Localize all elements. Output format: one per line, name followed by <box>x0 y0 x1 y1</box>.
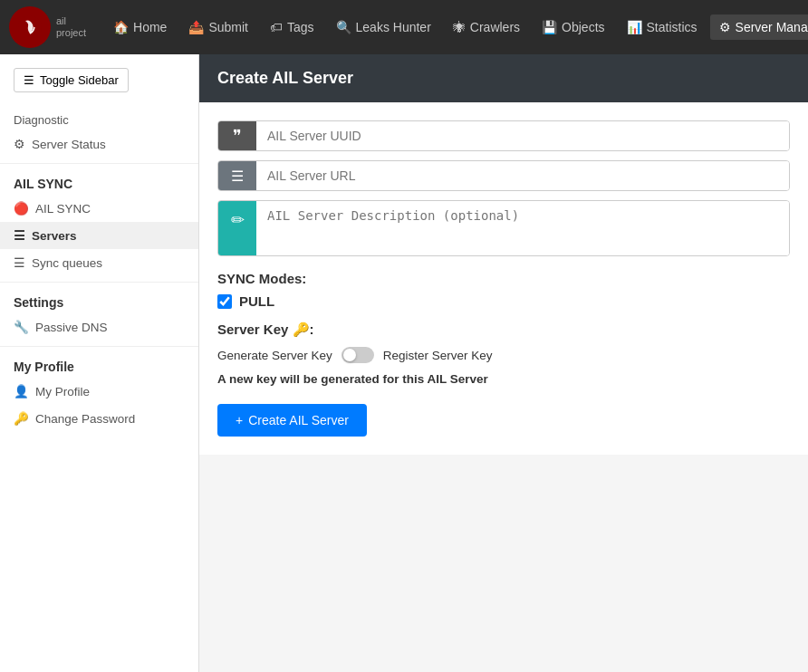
pull-checkbox[interactable] <box>217 294 232 309</box>
create-server-form: ❞ ☰ ✏ SYNC Modes: PULL Server Key 🔑: <box>199 102 808 455</box>
plus-icon: + <box>236 413 243 427</box>
server-key-title: Server Key 🔑: <box>217 322 314 338</box>
navbar: ail project 🏠 Home 📤 Submit 🏷 Tags 🔍 Lea… <box>0 0 808 54</box>
server-key-options-row: Generate Server Key Register Server Key <box>217 347 790 363</box>
nav-objects[interactable]: 💾 Objects <box>533 14 613 40</box>
uuid-input-group: ❞ <box>217 120 790 151</box>
url-input-group: ☰ <box>217 160 790 191</box>
my-profile-heading: My Profile <box>0 352 198 378</box>
sync-modes-title: SYNC Modes: <box>217 271 790 286</box>
divider-2 <box>0 282 198 283</box>
sidebar-item-sync-queues[interactable]: ☰ Sync queues <box>0 249 198 276</box>
brand-text: ail project <box>56 15 86 39</box>
sidebar-item-servers[interactable]: ☰ Servers <box>0 222 198 249</box>
main-layout: ☰ Toggle Sidebar Diagnostic ⚙ Server Sta… <box>0 54 808 672</box>
divider-3 <box>0 346 198 347</box>
settings-heading: Settings <box>0 288 198 313</box>
sync-queues-icon: ☰ <box>14 255 25 270</box>
toggle-sidebar-button[interactable]: ☰ Toggle Sidebar <box>14 68 129 92</box>
sidebar: ☰ Toggle Sidebar Diagnostic ⚙ Server Sta… <box>0 54 199 672</box>
register-key-label: Register Server Key <box>383 349 493 362</box>
ail-sync-icon: 🔴 <box>14 201 29 216</box>
generate-key-toggle[interactable] <box>341 347 374 363</box>
uuid-input[interactable] <box>256 121 789 150</box>
nav-server-manage[interactable]: ⚙ Server Manage <box>710 14 808 40</box>
diagnostic-section-title: Diagnostic <box>0 106 198 130</box>
my-profile-icon: 👤 <box>14 384 29 398</box>
brand-logo[interactable]: ail project <box>9 6 86 48</box>
uuid-icon: ❞ <box>218 121 256 150</box>
url-input[interactable] <box>256 161 789 190</box>
servers-icon: ☰ <box>14 228 25 243</box>
logo-icon <box>9 6 51 48</box>
nav-statistics[interactable]: 📊 Statistics <box>618 14 707 40</box>
nav-leaks-hunter[interactable]: 🔍 Leaks Hunter <box>327 14 440 40</box>
pull-label[interactable]: PULL <box>239 293 274 309</box>
hamburger-icon: ☰ <box>24 73 34 87</box>
toggle-track <box>341 347 374 363</box>
sidebar-item-ail-sync[interactable]: 🔴 AIL SYNC <box>0 195 198 222</box>
generate-key-label: Generate Server Key <box>217 349 332 362</box>
server-key-row: Server Key 🔑: <box>217 322 790 338</box>
main-content: Create AIL Server ❞ ☰ ✏ SYNC Modes: PUL <box>199 54 808 672</box>
toggle-thumb <box>343 349 356 361</box>
nav-submit[interactable]: 📤 Submit <box>179 14 257 40</box>
url-icon: ☰ <box>218 161 256 190</box>
sidebar-item-server-status[interactable]: ⚙ Server Status <box>0 130 198 158</box>
nav-links: 🏠 Home 📤 Submit 🏷 Tags 🔍 Leaks Hunter 🕷 … <box>104 14 808 40</box>
description-input-group: ✏ <box>217 200 790 256</box>
create-server-button[interactable]: + Create AIL Server <box>217 404 367 437</box>
description-icon: ✏ <box>218 201 256 255</box>
passive-dns-icon: 🔧 <box>14 320 29 334</box>
change-password-icon: 🔑 <box>14 411 29 426</box>
divider-1 <box>0 163 198 164</box>
key-notice: A new key will be generated for this AIL… <box>217 372 790 386</box>
sidebar-item-my-profile[interactable]: 👤 My Profile <box>0 378 198 405</box>
description-input[interactable] <box>256 201 789 255</box>
sidebar-item-change-password[interactable]: 🔑 Change Password <box>0 405 198 432</box>
ail-sync-heading: AIL SYNC <box>0 169 198 195</box>
server-status-icon: ⚙ <box>14 137 25 151</box>
nav-crawlers[interactable]: 🕷 Crawlers <box>444 14 529 40</box>
pull-checkbox-row: PULL <box>217 293 790 309</box>
create-button-label: Create AIL Server <box>248 413 349 427</box>
nav-tags[interactable]: 🏷 Tags <box>261 14 323 40</box>
sidebar-item-passive-dns[interactable]: 🔧 Passive DNS <box>0 313 198 341</box>
nav-home[interactable]: 🏠 Home <box>104 14 176 40</box>
page-title: Create AIL Server <box>199 54 808 102</box>
